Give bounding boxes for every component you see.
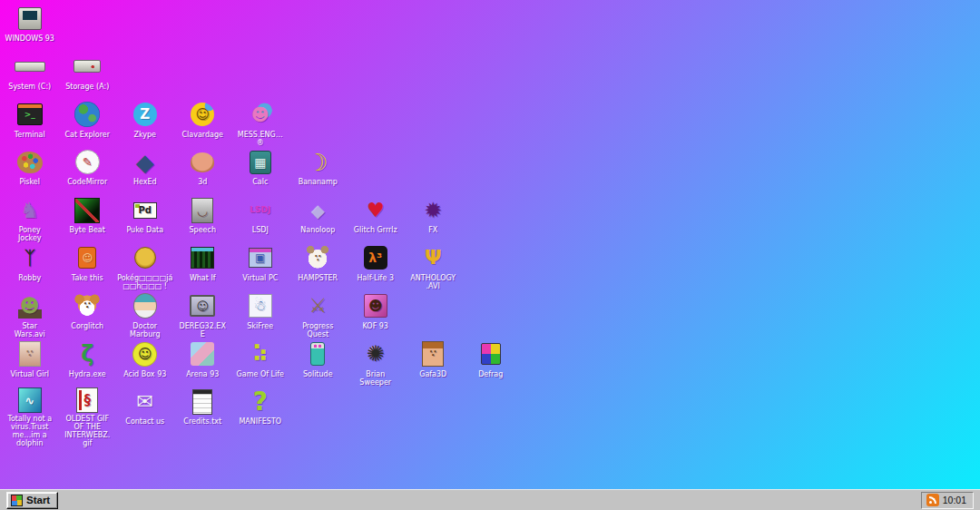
desktop-icon-brian-sweeper[interactable]: ✺Brian Sweeper — [347, 340, 405, 388]
acid-smiley-icon: ☺ — [132, 342, 157, 367]
icon-label: WINDOWS 93 — [5, 34, 54, 43]
icon-label: Nanoloop — [300, 226, 335, 234]
desktop-icon-virtual-girl[interactable]: ∵Virtual Girl — [1, 340, 59, 388]
globe-cat-icon — [74, 102, 100, 127]
desktop-icon-piskel[interactable]: Piskel — [1, 148, 59, 196]
terminal-icon: >_ — [17, 103, 43, 125]
desktop-icon-zkype[interactable]: ZZkype — [116, 101, 174, 149]
desktop-icon-dereg32-exe[interactable]: ☺DEREG32.EX E — [174, 292, 232, 340]
desktop-icon-hexed[interactable]: ◆HexEd — [116, 148, 174, 196]
banana-icon: ☽ — [308, 151, 328, 174]
crossed-swords-icon: ⚔ — [304, 292, 331, 319]
desktop-icon-grid: WINDOWS 93System (C:)Storage (A:)>_Termi… — [1, 5, 520, 436]
desktop-icon-fx[interactable]: ✹FX — [405, 196, 463, 244]
taskbar-clock[interactable]: 10:01 — [943, 495, 968, 505]
floppy-drive-icon — [74, 60, 101, 73]
windows-flag-icon — [11, 495, 23, 506]
desktop-icon-pokegarbled[interactable]: Pokég□□□□já □□h□□□ ! — [116, 244, 174, 292]
desktop-icon-clavardage[interactable]: ☺Clavardage — [174, 101, 232, 149]
fighter-icon: ☻ — [368, 299, 383, 313]
icon-slot — [133, 292, 157, 320]
desktop-icon-corglitch[interactable]: ∵Corglitch — [59, 292, 117, 340]
smiley-chat-icon: ☺ — [195, 108, 210, 122]
start-button[interactable]: Start — [6, 492, 58, 509]
desktop-icon-progress-quest[interactable]: ⚔Progress Quest — [289, 292, 348, 340]
hamster-icon: ∵ — [305, 246, 330, 270]
icon-label: Half-Life 3 — [358, 274, 394, 282]
desktop-icon-dolphin-virus[interactable]: ∿Totally not a virus.Trust me...im a dol… — [1, 387, 59, 436]
desktop-icon-threed[interactable]: 3d — [174, 148, 232, 196]
desktop-icon-oldest-gif[interactable]: §OLDEST GIF OF THE INTERWEBZ. gif — [59, 387, 117, 436]
desktop-icon-bananamp[interactable]: ☽Bananamp — [289, 148, 348, 196]
icon-slot: ᛉ — [16, 244, 44, 272]
icon-slot: Z — [133, 101, 157, 129]
desktop-icon-hydra-exe[interactable]: ζHydra.exe — [59, 340, 117, 388]
desktop-icon-puke-data[interactable]: PdPuke Data — [116, 196, 174, 244]
icon-label: Acid Box 93 — [123, 370, 166, 378]
icon-label: Take this — [72, 274, 103, 282]
desktop-icon-star-wars-avi[interactable]: ☻Star Wars.avi — [1, 292, 59, 340]
stick-figure-icon: ᛉ — [16, 244, 44, 271]
desktop-icon-take-this[interactable]: ☺Take this — [59, 244, 117, 292]
desktop-icon-system-c[interactable]: System (C:) — [1, 53, 59, 101]
icon-label: Puke Data — [126, 226, 163, 234]
desktop-icon-poney-jockey[interactable]: ♞Poney Jockey — [1, 196, 59, 244]
desktop-icon-speech[interactable]: ◡Speech — [174, 196, 232, 244]
desktop-icon-virtual-pc[interactable]: ▣Virtual PC — [231, 244, 289, 292]
desktop-icon-skifree[interactable]: ☃SkiFree — [231, 292, 289, 340]
desktop-icon-defrag[interactable]: Defrag — [462, 340, 520, 388]
icon-slot — [192, 387, 212, 416]
desktop-icon-storage-a[interactable]: Storage (A:) — [59, 53, 117, 101]
desktop-icon-acid-box-93[interactable]: ☺Acid Box 93 — [116, 340, 174, 388]
icon-slot: § — [76, 387, 98, 413]
rss-icon[interactable] — [926, 494, 939, 506]
icon-label: Brian Sweeper — [359, 370, 391, 387]
stick-figure-icon: ᛉ — [24, 249, 35, 267]
desktop-icon-gafa3d[interactable]: ∵Gafa3D — [405, 340, 463, 388]
desktop-icon-hampster[interactable]: ∵HAMPSTER — [289, 244, 348, 292]
icon-label: System (C:) — [8, 83, 51, 91]
desktop-icon-contact-us[interactable]: ✉Contact us — [116, 387, 174, 436]
desktop-icon-robby[interactable]: ᛉRobby — [1, 244, 59, 292]
desktop-icon-what-if[interactable]: What If — [174, 244, 232, 292]
icon-label: Arena 93 — [186, 370, 219, 378]
desktop-icon-windows-93[interactable]: WINDOWS 93 — [1, 5, 59, 53]
icon-row: ♞Poney JockeyByte BeatPdPuke Data◡Speech… — [1, 196, 520, 244]
desktop-icon-kof-93[interactable]: ☻KOF 93 — [347, 292, 405, 340]
icon-label: Terminal — [15, 131, 45, 139]
desktop-icon-lsdj[interactable]: LSDJLSDJ — [231, 196, 289, 244]
pony-icon: ♞ — [16, 197, 44, 224]
desktop-icon-game-of-life[interactable]: ⠵Game Of Life — [231, 340, 289, 388]
desktop-icon-messenger[interactable]: ☻MESS.ENG… ® — [231, 101, 289, 149]
icon-label: Game Of Life — [237, 370, 284, 378]
desktop-icon-manifesto[interactable]: ?MANIFESTO — [231, 387, 289, 436]
pd-flag-icon: Pd — [133, 202, 157, 219]
desktop-icon-byte-beat[interactable]: Byte Beat — [59, 196, 117, 244]
start-button-label: Start — [26, 495, 50, 505]
desktop-icon-cat-explorer[interactable]: Cat Explorer — [59, 101, 117, 149]
desktop-icon-calc[interactable]: ▦Calc — [231, 148, 289, 196]
icon-row: Piskel✎CodeMirror◆HexEd3d▦Calc☽Bananamp — [1, 148, 520, 196]
icon-slot: ☻ — [248, 101, 273, 129]
icon-label: Doctor Marburg — [130, 322, 160, 338]
desktop-icon-half-life-3[interactable]: λ³Half-Life 3 — [347, 244, 405, 292]
icon-label: ANTHOLOGY .AVI — [410, 274, 456, 290]
desktop-icon-credits-txt[interactable]: Credits.txt — [174, 387, 232, 436]
system-tray: 10:01 — [921, 492, 974, 509]
icon-row: ∵Virtual GirlζHydra.exe☺Acid Box 93Arena… — [1, 340, 520, 388]
desktop-icon-solitude[interactable]: Solitude — [289, 340, 348, 388]
dragon-doc-icon: § — [76, 387, 98, 413]
desktop-icon-terminal[interactable]: >_Terminal — [1, 101, 59, 149]
desktop-icon-anthology-avi[interactable]: ΨANTHOLOGY .AVI — [405, 244, 463, 292]
icon-label: Byte Beat — [70, 226, 105, 234]
skier-icon: ☃ — [254, 299, 267, 313]
desktop-icon-codemirror[interactable]: ✎CodeMirror — [59, 148, 117, 196]
lsdj-logo-icon: LSDJ — [247, 197, 274, 224]
desktop-icon-arena-93[interactable]: Arena 93 — [174, 340, 232, 388]
desktop-icon-doctor-marburg[interactable]: Doctor Marburg — [116, 292, 174, 340]
desktop-icon-glitch-grrrlz[interactable]: ♥Glitch Grrrlz — [347, 196, 405, 244]
desktop-icon-nanoloop[interactable]: ◆Nanoloop — [289, 196, 348, 244]
icon-label: Defrag — [478, 370, 503, 378]
icon-label: Zkype — [133, 131, 156, 139]
pony-icon: ♞ — [20, 200, 40, 221]
